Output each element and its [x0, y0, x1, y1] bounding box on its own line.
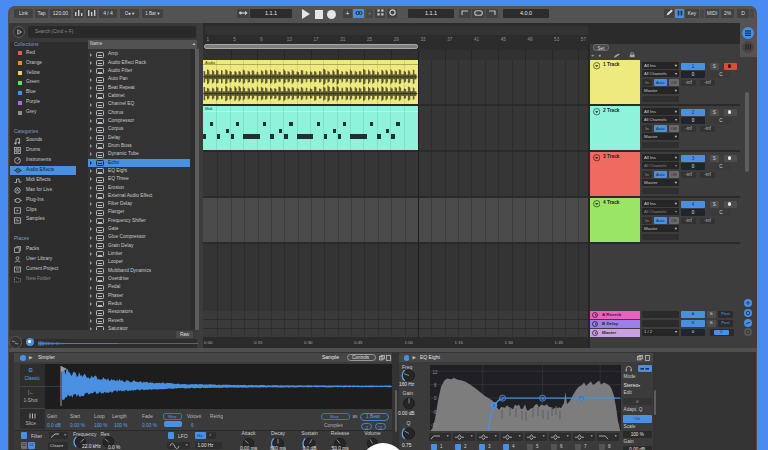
- svg-text:-12: -12: [431, 422, 438, 427]
- svg-text:100: 100: [478, 426, 486, 431]
- svg-text:0: 0: [434, 396, 437, 401]
- svg-text:10k: 10k: [594, 426, 602, 431]
- svg-text:12: 12: [433, 369, 439, 374]
- svg-text:-6: -6: [433, 409, 437, 414]
- svg-text:6: 6: [434, 382, 437, 387]
